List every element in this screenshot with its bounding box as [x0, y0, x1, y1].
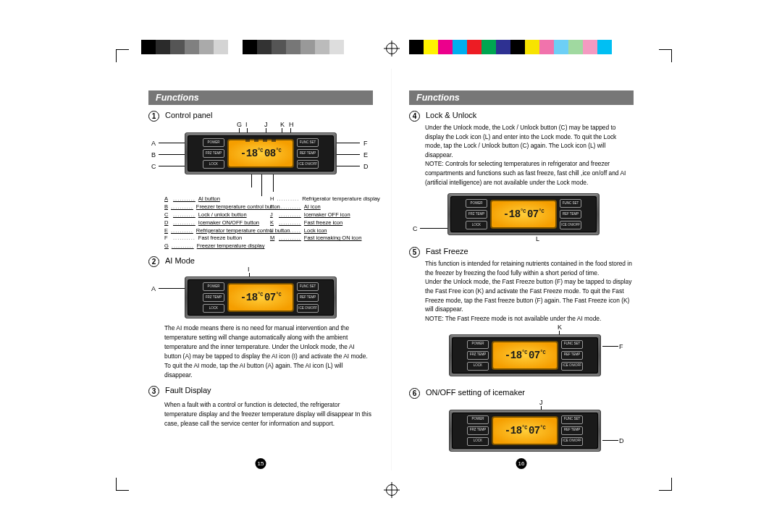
callout-K5: K [558, 324, 562, 331]
callout-J: J [264, 121, 268, 128]
panel-5-wrap: K F POWERFRZ TEMPLOCK -18°C07°C FUNC SET… [449, 326, 634, 384]
lock-text: Under the Unlock mode, the Lock / Unlock… [425, 123, 632, 187]
panel-2-wrap: I A POWERFRZ TEMPLOCK -18°C 07°C FUNC SE… [164, 269, 373, 320]
page-header-left: Functions [148, 90, 373, 105]
ai-mode-text: The AI mode means there is no need for m… [164, 324, 371, 380]
panel-1-wrap: G I J K H A B C F E D [164, 124, 373, 193]
page-header-right: Functions [409, 90, 634, 105]
control-panel-graphic-4: POWERFRZ TEMPLOCK -18°C07°C FUNC SETREF … [447, 193, 600, 235]
crop-mark-top-left [116, 49, 136, 69]
control-panel-graphic-6: POWERFRZ TEMPLOCK -18°C07°C FUNC SETREF … [449, 410, 601, 452]
section-3-header: 3 Fault Display [148, 386, 373, 397]
page-right: Functions 4 Lock & Unlock Under the Unlo… [391, 69, 652, 470]
panel-legend: A..........AI buttonB..........Freezer t… [164, 195, 367, 252]
lcd-display: -18°C 07°C [227, 283, 294, 312]
section-1-title: Control panel [165, 111, 212, 119]
lcd-freezer-unit: °C [258, 148, 263, 153]
callout-F: F [363, 140, 368, 147]
callout-H: H [289, 121, 294, 128]
section-4-bullet: 4 [409, 111, 420, 122]
section-3-bullet: 3 [148, 386, 159, 397]
control-panel-graphic-1: POWER FRZ TEMP LOCK -18°C 08°C FUNC SET … [185, 132, 337, 174]
section-3-title: Fault Display [165, 386, 211, 394]
section-6-bullet: 6 [409, 388, 420, 399]
lcd-freezer-temp: -18 [240, 148, 258, 159]
section-6-title: ON/OFF setting of icemaker [426, 388, 525, 397]
page-left: Functions 1 Control panel G I J K H A B … [130, 69, 391, 470]
callout-D6: D [619, 437, 624, 444]
callout-G: G [237, 121, 242, 128]
section-2-title: AI Mode [165, 256, 195, 265]
section-5-bullet: 5 [409, 247, 420, 258]
callout-I2: I [248, 266, 250, 273]
leader [602, 346, 618, 347]
registration-mark-bottom [384, 482, 400, 498]
section-4-title: Lock & Unlock [426, 111, 476, 119]
section-1-header: 1 Control panel [148, 111, 373, 122]
panel-btn-ref-temp: REF TEMP [297, 149, 319, 158]
color-calibration-bar-right [409, 40, 612, 54]
color-calibration-bar-left [141, 40, 344, 54]
panel-btn-lock: LOCK [203, 160, 224, 169]
control-panel-graphic-5: POWERFRZ TEMPLOCK -18°C07°C FUNC SETREF … [449, 334, 601, 376]
lcd-display: -18°C 08°C [227, 139, 294, 168]
section-4-header: 4 Lock & Unlock [409, 111, 634, 122]
lcd-fridge-unit: °C [276, 148, 281, 153]
section-2-header: 2 AI Mode [148, 256, 373, 267]
section-1-bullet: 1 [148, 111, 159, 122]
crop-mark-bottom-left [116, 470, 136, 491]
page-spread: Functions 1 Control panel G I J K H A B … [130, 69, 652, 470]
callout-C4: C [413, 225, 418, 232]
fastfreeze-text: This function is intended for retaining … [425, 259, 632, 323]
crop-mark-bottom-right [652, 470, 672, 491]
callout-F5: F [619, 343, 623, 350]
panel-btn-frz-temp: FRZ TEMP [203, 149, 224, 158]
page-number-left: 15 [256, 458, 266, 469]
section-5-header: 5 Fast Freeze [409, 247, 634, 258]
page-number-right: 16 [516, 458, 527, 469]
lcd-fridge-temp: 08 [264, 148, 276, 159]
section-5-title: Fast Freeze [426, 247, 468, 256]
callout-A2: A [151, 285, 156, 292]
callout-D: D [363, 163, 369, 170]
panel-6-wrap: J D POWERFRZ TEMPLOCK -18°C07°C FUNC SET… [449, 401, 634, 457]
fault-text: When a fault with a control or function … [164, 400, 371, 428]
callout-I: I [245, 121, 248, 128]
section-6-header: 6 ON/OFF setting of icemaker [409, 388, 634, 399]
crop-mark-top-right [652, 49, 672, 69]
callout-B: B [151, 151, 156, 159]
callout-C: C [151, 163, 156, 170]
control-panel-graphic-2: POWERFRZ TEMPLOCK -18°C 07°C FUNC SETREF… [185, 276, 337, 318]
callout-L4: L [536, 235, 539, 242]
callout-J6: J [539, 399, 543, 406]
callout-K: K [280, 121, 285, 128]
panel-4-wrap: C L POWERFRZ TEMPLOCK -18°C07°C FUNC SET… [434, 189, 634, 242]
leader [602, 440, 618, 441]
callout-E: E [363, 151, 368, 159]
callout-A: A [151, 140, 156, 147]
registration-mark-top [384, 41, 400, 56]
panel-btn-ice: ICE ON/OFF [297, 160, 319, 169]
section-2-bullet: 2 [148, 256, 159, 267]
